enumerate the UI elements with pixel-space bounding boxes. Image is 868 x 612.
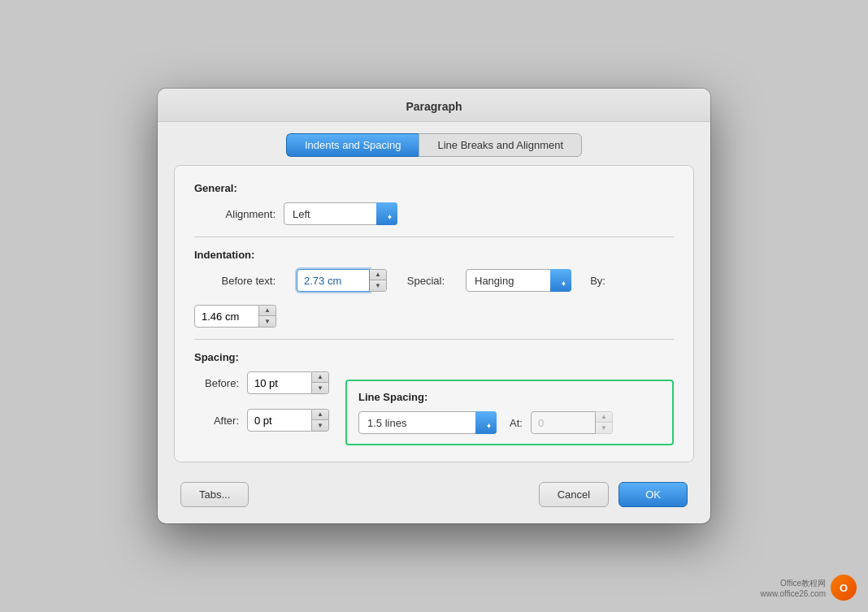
special-select[interactable]: None First line Hanging (466, 269, 571, 292)
at-stepper-buttons: ▲ ▼ (596, 411, 613, 434)
before-stepper: ▲ ▼ (247, 371, 329, 394)
watermark-line2: www.office26.com (761, 589, 826, 598)
by-label: By: (584, 275, 605, 287)
footer-right-buttons: Cancel OK (539, 482, 688, 507)
spacing-left-col: Before: ▲ ▼ After: ▲ (194, 371, 329, 440)
before-text-label: Before text: (194, 275, 276, 287)
before-row: Before: ▲ ▼ (194, 371, 329, 394)
line-spacing-select-wrapper: Single 1.5 lines Double At least Exactly… (358, 411, 497, 434)
tabs-row: Indents and Spacing Line Breaks and Alig… (158, 122, 710, 165)
before-text-stepper: ▲ ▼ (297, 269, 387, 292)
ok-button[interactable]: OK (618, 482, 688, 507)
alignment-select-wrapper: Left Centered Right Justified ▲ ▼ (284, 202, 397, 225)
watermark-line1: Office教程网 (761, 578, 826, 589)
general-section-label: General: (194, 182, 674, 194)
special-select-wrapper: None First line Hanging ▲ ▼ (466, 269, 571, 292)
by-down[interactable]: ▼ (259, 316, 276, 327)
after-stepper-buttons: ▲ ▼ (312, 409, 329, 432)
line-spacing-select[interactable]: Single 1.5 lines Double At least Exactly… (358, 411, 497, 434)
office-logo-icon: O (831, 575, 857, 601)
dialog-footer: Tabs... Cancel OK (158, 475, 710, 523)
tab-line-breaks[interactable]: Line Breaks and Alignment (419, 133, 582, 157)
spacing-section-label: Spacing: (194, 351, 674, 363)
before-input[interactable] (247, 371, 312, 394)
alignment-row: Alignment: Left Centered Right Justified… (194, 202, 674, 225)
tabs-button[interactable]: Tabs... (180, 482, 249, 507)
before-text-input[interactable] (297, 269, 370, 292)
after-up[interactable]: ▲ (312, 410, 328, 420)
before-text-stepper-buttons: ▲ ▼ (370, 269, 387, 292)
separator-1 (194, 237, 674, 237)
after-down[interactable]: ▼ (312, 420, 328, 431)
watermark: Office教程网 www.office26.com O (761, 575, 857, 601)
tab-indents-spacing[interactable]: Indents and Spacing (286, 133, 419, 157)
by-up[interactable]: ▲ (259, 306, 276, 316)
indentation-section-label: Indentation: (194, 249, 674, 261)
special-label: Special: (400, 275, 445, 287)
line-spacing-box: Line Spacing: Single 1.5 lines Double At… (345, 380, 674, 445)
by-stepper: ▲ ▼ (194, 305, 276, 328)
cancel-button[interactable]: Cancel (539, 482, 609, 507)
watermark-text: Office教程网 www.office26.com (761, 578, 826, 598)
by-stepper-buttons: ▲ ▼ (259, 305, 276, 328)
before-up[interactable]: ▲ (312, 372, 328, 383)
separator-2 (194, 339, 674, 340)
at-up[interactable]: ▲ (596, 412, 612, 423)
after-label: After: (194, 415, 239, 427)
by-input[interactable] (194, 305, 259, 328)
before-label: Before: (194, 377, 239, 389)
dialog-body: General: Alignment: Left Centered Right … (174, 165, 694, 462)
after-stepper: ▲ ▼ (247, 409, 329, 432)
line-spacing-label: Line Spacing: (358, 391, 661, 403)
at-input[interactable] (531, 411, 596, 434)
before-text-down[interactable]: ▼ (370, 280, 386, 291)
after-input[interactable] (247, 409, 312, 432)
before-down[interactable]: ▼ (312, 383, 328, 393)
alignment-label: Alignment: (194, 208, 276, 220)
at-down[interactable]: ▼ (596, 423, 612, 433)
indentation-row: Before text: ▲ ▼ Special: None First lin… (194, 269, 674, 328)
before-text-up[interactable]: ▲ (370, 270, 386, 280)
before-stepper-buttons: ▲ ▼ (312, 371, 329, 394)
at-label: At: (510, 417, 523, 429)
alignment-select[interactable]: Left Centered Right Justified (284, 202, 397, 225)
paragraph-dialog: Paragraph Indents and Spacing Line Break… (158, 89, 710, 523)
dialog-title: Paragraph (158, 89, 710, 122)
at-stepper: ▲ ▼ (531, 411, 613, 434)
after-row: After: ▲ ▼ (194, 409, 329, 432)
line-spacing-row: Single 1.5 lines Double At least Exactly… (358, 411, 661, 434)
